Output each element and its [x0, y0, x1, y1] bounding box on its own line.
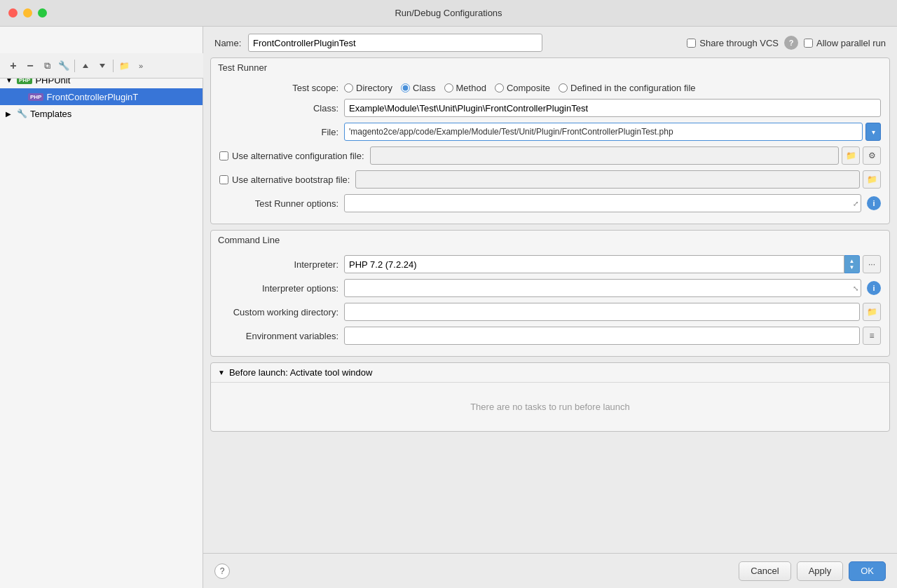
radio-class-label: Class	[413, 83, 436, 93]
before-launch-body: There are no tasks to run before launch	[211, 382, 889, 431]
sidebar-item-label: Templates	[30, 109, 71, 119]
before-launch-section: ▼ Before launch: Activate tool window Th…	[210, 362, 890, 432]
allow-parallel-group: Allow parallel run	[804, 38, 886, 48]
allow-parallel-checkbox[interactable]	[804, 39, 813, 48]
share-vcs-checkbox[interactable]	[687, 39, 696, 48]
radio-directory-input[interactable]	[344, 83, 353, 93]
vcs-help-button[interactable]: ?	[784, 36, 798, 50]
command-line-header: Command Line	[211, 231, 889, 249]
class-input[interactable]	[344, 99, 881, 117]
file-input-row: ▾	[344, 123, 881, 141]
env-vars-input[interactable]	[344, 327, 860, 345]
more-button[interactable]: »	[133, 58, 149, 74]
alt-config-folder-button[interactable]: 📁	[842, 146, 860, 165]
folder-button[interactable]: 📁	[116, 58, 132, 74]
ok-button[interactable]: OK	[849, 561, 886, 581]
spin-up-icon: ▲	[849, 258, 855, 264]
sidebar-item-front-controller[interactable]: PHP FrontControllerPluginT	[0, 88, 203, 105]
ellipsis-icon: ···	[868, 259, 875, 269]
interpreter-select-row: PHP 7.2 (7.2.24) ▲ ▼ ···	[344, 255, 881, 273]
collapse-arrow-icon[interactable]: ▼	[218, 369, 225, 376]
radio-method-input[interactable]	[444, 83, 453, 93]
custom-dir-input[interactable]	[344, 303, 860, 321]
alt-bootstrap-input-row: 📁	[355, 170, 881, 189]
minimize-button[interactable]	[23, 8, 32, 18]
env-vars-input-row: ≡	[344, 327, 881, 345]
maximize-button[interactable]	[38, 8, 47, 18]
folder-icon: 📁	[846, 151, 856, 160]
content-area: Name: Share through VCS ? Allow parallel…	[203, 27, 897, 588]
interpreter-options-input[interactable]	[344, 279, 861, 297]
interpreter-label: Interpreter:	[219, 259, 338, 270]
command-line-content: Interpreter: PHP 7.2 (7.2.24) ▲ ▼ ···	[211, 249, 889, 356]
custom-dir-input-row: 📁	[344, 303, 881, 321]
name-input[interactable]	[248, 34, 542, 52]
settings-button[interactable]: 🔧	[56, 58, 71, 74]
radio-method[interactable]: Method	[444, 83, 486, 93]
sidebar-item-label: FrontControllerPluginT	[46, 92, 138, 102]
env-vars-edit-button[interactable]: ≡	[863, 327, 881, 345]
env-vars-label: Environment variables:	[219, 331, 338, 341]
file-row: File: ▾	[219, 123, 881, 141]
test-runner-content: Test scope: Directory Class	[211, 77, 889, 224]
gear-icon: ⚙	[868, 151, 876, 160]
class-row: Class:	[219, 99, 881, 117]
copy-config-button[interactable]: ⧉	[39, 58, 55, 74]
apply-button[interactable]: Apply	[797, 561, 844, 581]
file-input[interactable]	[344, 123, 863, 141]
custom-dir-folder-button[interactable]: 📁	[863, 303, 881, 321]
separator	[74, 60, 75, 72]
name-row: Name: Share through VCS ? Allow parallel…	[203, 27, 897, 57]
radio-class-input[interactable]	[401, 83, 410, 93]
alt-bootstrap-folder-button[interactable]: 📁	[863, 170, 881, 189]
interpreter-spin-button[interactable]: ▲ ▼	[844, 255, 860, 273]
file-dropdown-button[interactable]: ▾	[865, 123, 881, 141]
sidebar: + − ⧉ 🔧 📁 »	[0, 27, 203, 588]
radio-composite[interactable]: Composite	[495, 83, 550, 93]
radio-defined-input[interactable]	[559, 83, 568, 93]
interpreter-options-row: Interpreter options: ⤡ i	[219, 279, 881, 297]
sidebar-item-templates[interactable]: ▶ 🔧 Templates	[0, 105, 203, 122]
radio-directory[interactable]: Directory	[344, 83, 392, 93]
interpreter-value: PHP 7.2 (7.2.24)	[349, 259, 417, 270]
interpreter-select[interactable]: PHP 7.2 (7.2.24)	[344, 255, 844, 273]
alt-config-input-row: 📁 ⚙	[370, 146, 881, 165]
radio-defined-label: Defined in the configuration file	[570, 83, 696, 93]
radio-class[interactable]: Class	[401, 83, 436, 93]
wrench-icon: 🔧	[17, 109, 27, 118]
radio-defined[interactable]: Defined in the configuration file	[559, 83, 696, 93]
radio-directory-label: Directory	[356, 83, 392, 93]
sidebar-toolbar: + − ⧉ 🔧 📁 »	[0, 53, 203, 78]
share-vcs-group: Share through VCS	[687, 38, 779, 48]
remove-config-button[interactable]: −	[22, 58, 38, 74]
alt-config-gear-button[interactable]: ⚙	[863, 146, 881, 165]
alt-bootstrap-label: Use alternative bootstrap file:	[232, 175, 350, 185]
separator2	[113, 60, 114, 72]
name-label: Name:	[214, 38, 242, 48]
custom-dir-label: Custom working directory:	[219, 307, 338, 317]
help-button[interactable]: ?	[214, 563, 230, 579]
interpreter-options-info-button[interactable]: i	[867, 281, 881, 295]
alt-config-checkbox[interactable]	[219, 151, 228, 160]
runner-options-info-button[interactable]: i	[867, 196, 881, 210]
allow-parallel-label: Allow parallel run	[816, 38, 886, 48]
runner-options-input[interactable]	[344, 194, 861, 212]
php-badge: PHP	[28, 93, 43, 101]
folder-icon: 📁	[867, 307, 877, 317]
class-label: Class:	[219, 103, 338, 114]
alt-bootstrap-input[interactable]	[355, 170, 860, 189]
collapse-icon: ⤡	[853, 285, 858, 292]
add-config-button[interactable]: +	[6, 58, 21, 74]
close-button[interactable]	[8, 8, 18, 18]
interpreter-more-button[interactable]: ···	[863, 255, 881, 273]
test-runner-header: Test Runner	[211, 58, 889, 77]
alt-config-row: Use alternative configuration file: 📁 ⚙	[219, 146, 881, 165]
test-runner-section: Test Runner Test scope: Directory	[210, 57, 890, 224]
radio-composite-input[interactable]	[495, 83, 504, 93]
move-down-button[interactable]	[95, 58, 110, 74]
move-up-button[interactable]	[78, 58, 93, 74]
radio-method-label: Method	[456, 83, 486, 93]
cancel-button[interactable]: Cancel	[739, 561, 790, 581]
alt-config-input[interactable]	[370, 146, 839, 165]
alt-bootstrap-checkbox[interactable]	[219, 175, 228, 184]
